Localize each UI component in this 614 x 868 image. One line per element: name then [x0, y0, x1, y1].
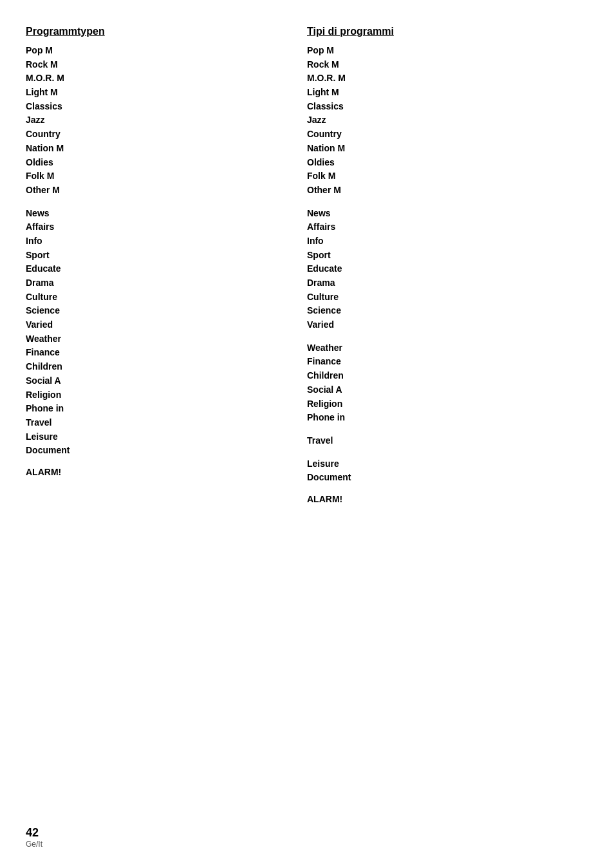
list-item: Educate — [307, 262, 575, 276]
list-item: Travel — [307, 434, 575, 448]
list-item: Pop M — [307, 44, 575, 58]
left-group-2: News Affairs Info Sport Educate Drama Cu… — [26, 207, 294, 458]
list-item: Varied — [307, 318, 575, 332]
list-item: Classics — [26, 100, 294, 114]
right-group-3: Weather Finance Children Social A Religi… — [307, 341, 575, 425]
list-item: Sport — [307, 249, 575, 263]
right-group-1: Pop M Rock M M.O.R. M Light M Classics J… — [307, 44, 575, 198]
list-item: Leisure — [26, 430, 294, 444]
list-item: Culture — [307, 290, 575, 305]
right-alarm: ALARM! — [307, 494, 575, 504]
list-item: Folk M — [307, 169, 575, 184]
list-item: M.O.R. M — [26, 71, 294, 86]
list-item: Science — [307, 304, 575, 318]
list-item: Drama — [307, 276, 575, 290]
right-column: Tipi di programmi Pop M Rock M M.O.R. M … — [307, 26, 588, 504]
page-number: 42 — [26, 826, 42, 840]
list-item: Document — [307, 471, 575, 485]
list-item: Drama — [26, 276, 294, 290]
list-item: Affairs — [307, 220, 575, 234]
list-item: Leisure — [307, 457, 575, 471]
list-item: Affairs — [26, 220, 294, 234]
list-item: Social A — [26, 374, 294, 388]
list-item: Religion — [26, 388, 294, 402]
list-item: Country — [26, 127, 294, 142]
right-group-4: Travel — [307, 434, 575, 448]
list-item: Rock M — [307, 58, 575, 72]
list-item: Light M — [307, 86, 575, 100]
page-label: Ge/It — [26, 840, 42, 849]
list-item: Religion — [307, 397, 575, 411]
page-footer: 42 Ge/It — [26, 826, 42, 849]
list-item: Sport — [26, 249, 294, 263]
list-item: Document — [26, 444, 294, 458]
right-group-5: Leisure Document — [307, 457, 575, 485]
left-alarm: ALARM! — [26, 467, 294, 477]
right-group-2: News Affairs Info Sport Educate Drama Cu… — [307, 207, 575, 332]
list-item: News — [307, 207, 575, 221]
list-item: Children — [26, 360, 294, 374]
list-item: Finance — [307, 355, 575, 369]
list-item: Oldies — [307, 156, 575, 170]
list-item: Other M — [307, 184, 575, 198]
list-item: Culture — [26, 290, 294, 305]
left-column: Programmtypen Pop M Rock M M.O.R. M Ligh… — [26, 26, 307, 504]
list-item: Nation M — [307, 142, 575, 156]
list-item: Children — [307, 369, 575, 383]
list-item: Info — [26, 234, 294, 249]
right-column-header: Tipi di programmi — [307, 26, 575, 37]
list-item: Light M — [26, 86, 294, 100]
list-item: M.O.R. M — [307, 71, 575, 86]
list-item: News — [26, 207, 294, 221]
left-column-header: Programmtypen — [26, 26, 294, 37]
list-item: Other M — [26, 184, 294, 198]
list-item: Science — [26, 304, 294, 318]
list-item: Pop M — [26, 44, 294, 58]
list-item: Social A — [307, 383, 575, 397]
list-item: Classics — [307, 100, 575, 114]
list-item: Oldies — [26, 156, 294, 170]
list-item: Educate — [26, 262, 294, 276]
list-item: Jazz — [26, 113, 294, 127]
list-item: Finance — [26, 346, 294, 360]
list-item: Phone in — [26, 402, 294, 416]
list-item: Phone in — [307, 411, 575, 425]
list-item: Varied — [26, 318, 294, 332]
list-item: Country — [307, 127, 575, 142]
list-item: Travel — [26, 416, 294, 430]
list-item: Rock M — [26, 58, 294, 72]
list-item: Folk M — [26, 169, 294, 184]
left-group-1: Pop M Rock M M.O.R. M Light M Classics J… — [26, 44, 294, 198]
list-item: Weather — [26, 332, 294, 346]
list-item: Info — [307, 234, 575, 249]
list-item: Jazz — [307, 113, 575, 127]
list-item: Weather — [307, 341, 575, 355]
list-item: Nation M — [26, 142, 294, 156]
